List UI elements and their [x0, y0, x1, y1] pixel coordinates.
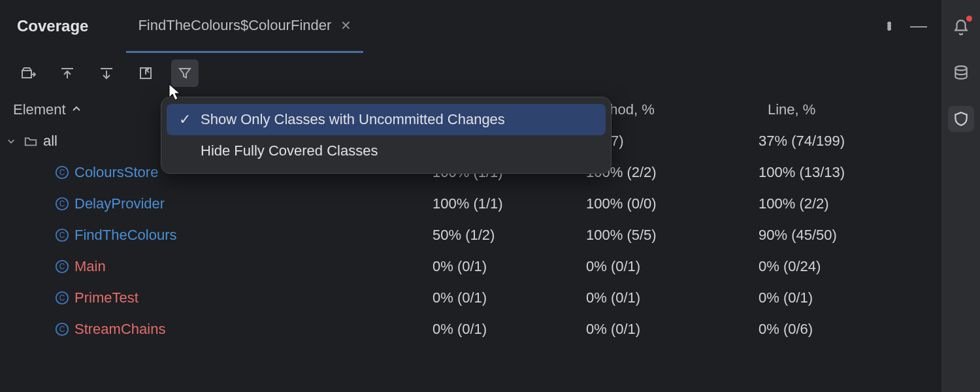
method-pct: 100% (5/5)	[585, 220, 755, 251]
navigate-down-button[interactable]	[93, 59, 120, 87]
element-name: DelayProvider	[74, 195, 165, 212]
class-icon: C	[55, 165, 69, 180]
tree-row-primetest[interactable]: C PrimeTest	[0, 282, 431, 314]
close-icon[interactable]: ✕	[340, 19, 351, 32]
class-icon: C	[55, 197, 69, 211]
line-pct: 0% (0/1)	[755, 282, 941, 314]
method-pct: 0% (0/1)	[585, 251, 755, 282]
class-pct: 50% (1/2)	[431, 220, 585, 251]
export-button[interactable]	[132, 59, 159, 87]
svg-text:C: C	[59, 293, 65, 302]
tab-label: FindTheColours$ColourFinder	[138, 17, 331, 34]
navigate-up-button[interactable]	[54, 59, 81, 87]
class-pct: 0% (0/1)	[431, 282, 585, 314]
filter-option-label: Hide Fully Covered Classes	[201, 142, 378, 159]
element-name: FindTheColours	[74, 227, 177, 244]
tree-row-findthecolours[interactable]: C FindTheColours	[0, 220, 431, 251]
chevron-up-icon	[71, 101, 82, 118]
line-pct: 100% (2/2)	[755, 188, 941, 220]
filter-option-hide-fully-covered[interactable]: Hide Fully Covered Classes	[167, 135, 606, 167]
element-name: StreamChains	[74, 321, 165, 338]
method-pct: 0% (0/1)	[585, 282, 755, 314]
titlebar: Coverage FindTheColours$ColourFinder ✕ •…	[0, 0, 941, 52]
filter-option-show-only-uncommitted[interactable]: ✓ Show Only Classes with Uncommitted Cha…	[167, 104, 606, 135]
svg-text:C: C	[59, 262, 65, 271]
notification-dot-icon	[966, 16, 972, 22]
class-pct: 100% (1/1)	[431, 188, 585, 220]
class-icon: C	[55, 291, 69, 305]
minimize-icon[interactable]: —	[906, 16, 932, 36]
element-name: PrimeTest	[74, 289, 139, 306]
toolbar	[0, 52, 941, 94]
filter-button[interactable]	[171, 59, 199, 87]
method-pct: 100% (0/0)	[585, 188, 755, 220]
svg-text:C: C	[59, 325, 65, 334]
filter-dropdown: ✓ Show Only Classes with Uncommitted Cha…	[161, 97, 612, 174]
svg-text:C: C	[59, 231, 65, 240]
tree-row-main[interactable]: C Main	[0, 251, 431, 282]
database-button[interactable]	[948, 60, 974, 86]
class-icon: C	[55, 322, 69, 336]
class-pct: 0% (0/1)	[431, 251, 585, 282]
method-pct: 0% (0/1)	[585, 314, 755, 345]
line-pct: 90% (45/50)	[755, 220, 941, 251]
element-name: all	[43, 133, 57, 150]
flatten-packages-button[interactable]	[14, 59, 42, 87]
element-name: ColoursStore	[74, 164, 158, 181]
class-icon: C	[55, 259, 69, 274]
line-pct: 37% (74/199)	[755, 125, 941, 157]
svg-text:C: C	[59, 199, 65, 208]
check-icon: ✓	[178, 111, 191, 128]
class-pct: 0% (0/1)	[431, 314, 585, 345]
active-tab[interactable]: FindTheColours$ColourFinder ✕	[126, 1, 363, 53]
tree-row-delayprovider[interactable]: C DelayProvider	[0, 188, 431, 220]
svg-rect-0	[22, 71, 31, 78]
right-tool-rail	[941, 0, 980, 392]
filter-option-label: Show Only Classes with Uncommitted Chang…	[201, 111, 505, 128]
svg-text:C: C	[59, 168, 65, 177]
panel-title: Coverage	[17, 17, 88, 35]
notifications-button[interactable]	[948, 14, 974, 41]
class-icon: C	[55, 228, 69, 242]
folder-icon	[24, 134, 38, 148]
column-header-line[interactable]: Line, %	[755, 94, 941, 125]
line-pct: 0% (0/6)	[755, 314, 941, 345]
svg-point-14	[955, 66, 966, 71]
more-icon[interactable]: •••	[877, 22, 902, 30]
tree-row-streamchains[interactable]: C StreamChains	[0, 314, 431, 345]
line-pct: 0% (0/24)	[755, 251, 941, 282]
line-pct: 100% (13/13)	[755, 157, 941, 188]
element-name: Main	[74, 258, 106, 275]
shield-button[interactable]	[948, 106, 974, 132]
chevron-down-icon[interactable]	[5, 137, 17, 146]
